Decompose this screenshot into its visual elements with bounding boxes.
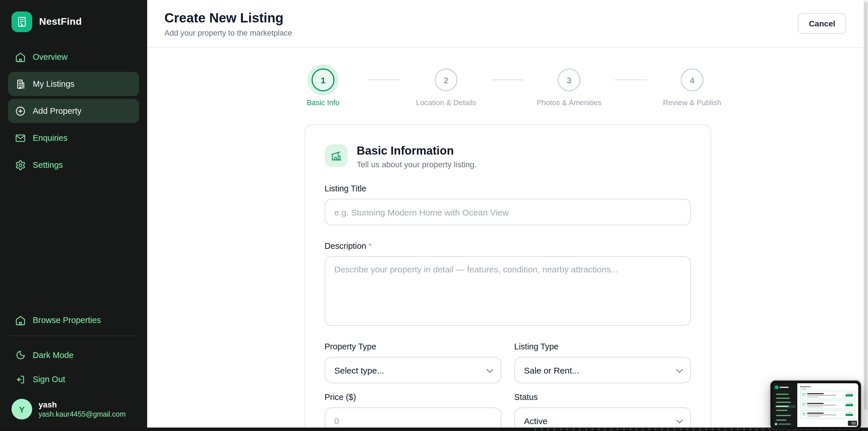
sidebar-spacer: [8, 177, 139, 308]
preview-enquiry-card: [800, 401, 855, 409]
step-label: Photos & Amenities: [537, 98, 601, 107]
preview-logo: [775, 386, 778, 389]
step-connector: [615, 79, 647, 81]
sidebar-item-label: Browse Properties: [33, 315, 101, 325]
taskbar-strip: [0, 428, 868, 431]
step-circle-1[interactable]: 1: [312, 68, 335, 91]
listing-title-input[interactable]: [324, 199, 691, 225]
sidebar-item-label: Enquiries: [33, 133, 67, 143]
chevron-down-icon: [676, 366, 683, 373]
description-label: Description*: [324, 241, 691, 251]
sign-out-icon: [15, 374, 26, 385]
description-textarea[interactable]: [324, 256, 691, 326]
sidebar-nav: Overview My Listings Add Property: [8, 45, 139, 177]
page-subtitle: Add your property to the marketplace: [164, 28, 292, 37]
step-circle-3[interactable]: 3: [558, 68, 581, 91]
preview-active-item: [775, 405, 796, 408]
step-label: Review & Publish: [663, 98, 721, 107]
required-asterisk: *: [369, 241, 372, 251]
preview-title: Enquiries: [800, 385, 855, 388]
main-area: Create New Listing Add your property to …: [147, 0, 868, 428]
building-icon: [15, 79, 26, 89]
section-header: Basic Information Tell us about your pro…: [324, 144, 691, 169]
status-label: Status: [514, 393, 691, 402]
nested-preview: [848, 421, 857, 426]
status-select[interactable]: Active: [514, 407, 691, 428]
dark-mode-label: Dark Mode: [33, 350, 73, 360]
form-content: 1 Basic Info 2 Location & Details 3 Phot…: [147, 48, 868, 428]
step-circle-4[interactable]: 4: [681, 68, 704, 91]
sidebar-item-enquiries[interactable]: Enquiries: [8, 126, 139, 150]
avatar: Y: [11, 399, 32, 420]
preview-avatar: [775, 423, 777, 425]
property-type-label: Property Type: [324, 342, 501, 351]
dark-mode-toggle[interactable]: Dark Mode: [8, 343, 139, 367]
price-label: Price ($): [324, 393, 501, 402]
sidebar-item-my-listings[interactable]: My Listings: [8, 72, 139, 96]
chevron-down-icon: [676, 417, 683, 424]
home-icon: [15, 52, 26, 62]
brand-building-icon: [11, 11, 32, 32]
page-header: Create New Listing Add your property to …: [147, 0, 868, 48]
step-circle-2[interactable]: 2: [435, 68, 458, 91]
listing-title-label: Listing Title: [324, 184, 691, 193]
user-name: yash: [38, 400, 126, 409]
preview-screen: Enquiries: [773, 383, 858, 427]
sidebar-item-settings[interactable]: Settings: [8, 153, 139, 177]
scrollbar[interactable]: [863, 0, 868, 428]
preview-enquiry-card: [800, 391, 855, 399]
step-basic-info: 1 Basic Info: [283, 68, 363, 107]
brand-name: NestFind: [39, 16, 82, 28]
step-photos-amenities: 3 Photos & Amenities: [529, 68, 609, 107]
step-review-publish: 4 Review & Publish: [652, 68, 732, 107]
listing-type-value: Sale or Rent...: [524, 365, 579, 375]
screen: NestFind Overview My Listings: [0, 0, 868, 431]
step-connector: [492, 79, 524, 81]
sidebar-item-browse-properties[interactable]: Browse Properties: [8, 308, 139, 332]
scrollbar-thumb[interactable]: [864, 2, 867, 410]
status-value: Active: [524, 416, 548, 426]
house-chart-icon: [324, 144, 347, 167]
sidebar: NestFind Overview My Listings: [0, 0, 147, 428]
screen-share-preview[interactable]: Enquiries: [770, 380, 861, 430]
preview-sidebar: [773, 383, 797, 427]
section-subtitle: Tell us about your property listing.: [357, 160, 476, 169]
listing-type-select[interactable]: Sale or Rent...: [514, 357, 691, 383]
step-connector: [369, 79, 401, 81]
section-title: Basic Information: [357, 144, 476, 157]
sign-out-label: Sign Out: [33, 375, 65, 384]
sidebar-item-overview[interactable]: Overview: [8, 45, 139, 69]
property-type-value: Select type...: [334, 365, 384, 375]
mail-icon: [15, 132, 26, 143]
page-title: Create New Listing: [164, 10, 292, 26]
sidebar-divider: [9, 336, 138, 336]
listing-type-label: Listing Type: [514, 342, 691, 351]
plus-circle-icon: [15, 105, 26, 116]
step-label: Basic Info: [307, 98, 339, 107]
sidebar-item-label: Add Property: [33, 106, 81, 116]
chevron-down-icon: [486, 366, 493, 373]
step-label: Location & Details: [416, 98, 476, 107]
home-icon: [15, 315, 26, 326]
sidebar-item-label: My Listings: [33, 79, 74, 89]
user-profile[interactable]: Y yash yash.kaur4455@gmail.com: [8, 391, 139, 420]
user-email: yash.kaur4455@gmail.com: [38, 409, 126, 419]
brand: NestFind: [8, 7, 139, 45]
price-input[interactable]: [324, 407, 501, 428]
stepper: 1 Basic Info 2 Location & Details 3 Phot…: [283, 68, 732, 107]
cancel-button[interactable]: Cancel: [798, 13, 846, 34]
sidebar-item-add-property[interactable]: Add Property: [8, 99, 139, 123]
sidebar-item-label: Settings: [33, 160, 63, 170]
preview-enquiry-card: [800, 410, 855, 419]
sign-out-button[interactable]: Sign Out: [8, 367, 139, 391]
preview-main: Enquiries: [797, 383, 858, 427]
basic-info-card: Basic Information Tell us about your pro…: [304, 124, 711, 428]
gear-icon: [15, 159, 26, 171]
app-window: NestFind Overview My Listings: [0, 0, 868, 428]
step-location-details: 2 Location & Details: [406, 68, 486, 107]
property-type-select[interactable]: Select type...: [324, 357, 501, 383]
sidebar-item-label: Overview: [33, 52, 67, 61]
moon-icon: [15, 350, 26, 361]
